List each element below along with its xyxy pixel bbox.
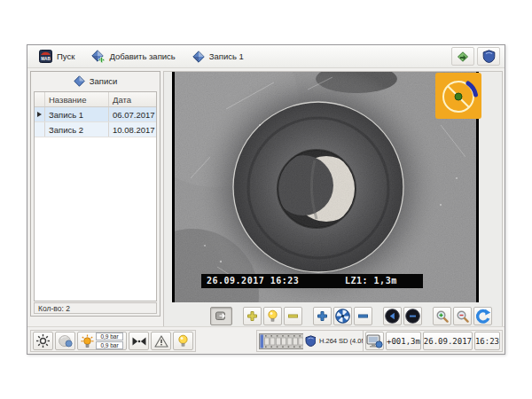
yellow-plus-icon xyxy=(246,310,258,322)
main-toolbar: MAB Пуск Добавить запись Запись 1 xyxy=(27,45,505,68)
export-icon xyxy=(456,51,470,63)
mab-logo: MAB xyxy=(39,50,52,63)
circle-minus-icon xyxy=(405,309,420,324)
status-bar: 0,9 bar 0,9 bar H.264 SD (4.0MBit) xyxy=(27,326,505,354)
bulb-icon xyxy=(177,334,189,348)
sonde-icon xyxy=(131,336,147,347)
time-readout: 16:23 xyxy=(474,332,500,350)
records-table: Название Дата Запись 1 06.07.2017 Запись… xyxy=(34,91,157,301)
iris-button[interactable] xyxy=(333,307,352,325)
warning-button[interactable] xyxy=(151,332,171,350)
export-button[interactable] xyxy=(451,47,474,66)
brightness-icon xyxy=(35,333,51,348)
focus-minus-button[interactable] xyxy=(354,307,372,325)
camera-head-button[interactable] xyxy=(55,332,75,350)
record-1-button[interactable]: Запись 1 xyxy=(185,48,251,66)
snapshot-icon xyxy=(215,310,229,322)
light-plus-button[interactable] xyxy=(243,307,262,325)
column-header-date[interactable]: Дата xyxy=(109,92,156,106)
record-1-button-label: Запись 1 xyxy=(209,51,244,61)
camera-control-toolbar xyxy=(164,304,502,328)
record-name-cell: Запись 1 xyxy=(45,107,109,121)
lamp-pressure-button[interactable]: 0,9 bar 0,9 bar xyxy=(77,332,127,350)
bulb-icon xyxy=(267,309,278,323)
record-diamond-icon xyxy=(192,51,205,63)
reset-icon xyxy=(475,309,491,325)
zoom-in-icon xyxy=(435,309,450,324)
light-minus-button[interactable] xyxy=(284,307,302,325)
date-readout: 26.09.2017 xyxy=(423,332,473,350)
selected-row-marker xyxy=(37,112,42,117)
circle-minus-button[interactable] xyxy=(403,307,422,325)
records-diamond-icon xyxy=(74,75,85,87)
zoom-in-button[interactable] xyxy=(433,307,451,325)
brightness-button[interactable] xyxy=(33,332,53,350)
circle-left-icon xyxy=(385,309,400,324)
circle-left-button[interactable] xyxy=(383,307,402,325)
pressure-bottom-value: 0,9 bar xyxy=(96,341,123,349)
add-record-button[interactable]: Добавить запись xyxy=(84,47,182,66)
zoom-out-button[interactable] xyxy=(453,307,472,325)
iris-icon xyxy=(335,309,350,324)
table-row-record-2[interactable]: Запись 2 10.08.2017 xyxy=(35,122,156,137)
records-count-footer: Кол-во: 2 xyxy=(34,302,157,314)
pressure-top-value: 0,9 bar xyxy=(96,332,123,340)
start-button[interactable]: MAB Пуск xyxy=(32,47,82,66)
device-button[interactable] xyxy=(477,47,500,66)
record-date-cell: 06.07.2017 xyxy=(109,107,156,121)
snapshot-button[interactable] xyxy=(210,307,232,325)
zoom-out-icon xyxy=(456,309,470,324)
video-panel: 26.09.2017 16:23 LZ1: 1,3m xyxy=(163,71,503,327)
blue-minus-icon xyxy=(357,310,369,322)
lamp-gauge-icon xyxy=(81,334,94,348)
reset-view-button[interactable] xyxy=(473,307,492,325)
film-strip-meter xyxy=(259,333,303,349)
osd-datetime: 26.09.2017 16:23 xyxy=(207,276,299,286)
add-record-diamond-icon xyxy=(91,50,105,63)
records-table-header: Название Дата xyxy=(35,92,156,107)
camera-view[interactable]: 26.09.2017 16:23 LZ1: 1,3m xyxy=(172,72,479,302)
light-toggle-button[interactable] xyxy=(263,307,282,325)
pipe-camera-image xyxy=(175,72,476,302)
record-date-cell: 10.08.2017 xyxy=(109,122,156,137)
osd-distance: LZ1: 1,3m xyxy=(345,276,397,286)
codec-shield-icon xyxy=(305,335,316,347)
record-name-cell: Запись 2 xyxy=(45,122,109,137)
camera-head-icon xyxy=(58,334,74,348)
records-panel-title: Записи xyxy=(90,76,118,86)
records-panel-header[interactable]: Записи xyxy=(31,72,160,90)
warning-icon xyxy=(154,335,168,348)
focus-plus-button[interactable] xyxy=(313,307,332,325)
add-record-button-label: Добавить запись xyxy=(109,51,175,61)
monitor-icon xyxy=(366,334,383,348)
blue-plus-icon xyxy=(317,310,328,322)
svg-text:MAB: MAB xyxy=(41,57,51,61)
monitor-button[interactable] xyxy=(365,332,384,350)
status-counters-group: +001,3m 26.09.2017 16:23 xyxy=(363,330,503,352)
light-status-button[interactable] xyxy=(173,332,193,350)
yellow-minus-icon xyxy=(287,310,299,322)
start-button-label: Пуск xyxy=(57,51,74,61)
sonde-button[interactable] xyxy=(129,332,149,350)
status-left-group: 0,9 bar 0,9 bar xyxy=(30,330,196,352)
records-panel: Записи Название Дата Запись 1 06.07.2017… xyxy=(30,71,160,317)
distance-counter: +001,3m xyxy=(386,332,421,350)
column-header-name[interactable]: Название xyxy=(45,92,109,106)
table-row-record-1[interactable]: Запись 1 06.07.2017 xyxy=(35,107,156,122)
video-osd-overlay: 26.09.2017 16:23 LZ1: 1,3m xyxy=(201,274,423,288)
toolbar-right-group xyxy=(451,47,500,66)
device-icon xyxy=(482,50,496,63)
inspection-app-window: MAB Пуск Добавить запись Запись 1 Записи xyxy=(27,44,505,355)
roll-indicator-badge xyxy=(435,73,481,119)
